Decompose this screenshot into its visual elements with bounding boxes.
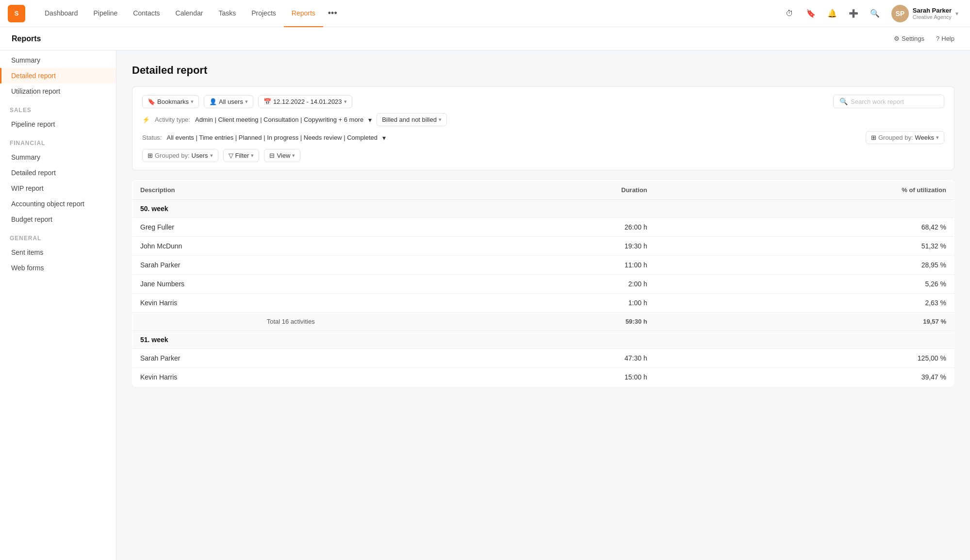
billed-caret: ▾: [439, 116, 442, 123]
grouped-by-users-filter[interactable]: ⊞ Grouped by: Users ▾: [142, 149, 218, 162]
filter-button[interactable]: ▽ Filter ▾: [223, 149, 260, 162]
row-duration: 47:30 h: [449, 349, 655, 368]
add-icon-button[interactable]: ➕: [845, 5, 862, 22]
total-duration: 59:30 h: [449, 313, 655, 331]
status-label: Status:: [142, 134, 162, 141]
row-description: John McDunn: [132, 237, 449, 256]
bookmark-icon-button[interactable]: 🔖: [802, 5, 820, 22]
view-button[interactable]: ⊟ View ▾: [264, 149, 300, 162]
table-row: Sarah Parker 11:00 h 28,95 %: [132, 256, 954, 275]
nav-dashboard[interactable]: Dashboard: [37, 0, 86, 27]
user-menu[interactable]: SP Sarah Parker Creative Agency ▾: [888, 3, 962, 24]
sidebar-item-pipeline-report[interactable]: Pipeline report: [0, 116, 116, 132]
logo[interactable]: S: [8, 5, 25, 22]
reports-header-actions: ⚙ Settings ? Help: [890, 33, 958, 44]
row-description: Kevin Harris: [132, 368, 449, 387]
table-row: Greg Fuller 26:00 h 68,42 %: [132, 218, 954, 237]
help-button[interactable]: ? Help: [932, 33, 958, 44]
filter-caret: ▾: [251, 152, 254, 159]
row-description: Kevin Harris: [132, 294, 449, 313]
user-menu-chevron: ▾: [955, 10, 958, 17]
bookmarks-caret: ▾: [191, 99, 194, 105]
group-users-caret: ▾: [210, 152, 213, 159]
nav-reports[interactable]: Reports: [284, 0, 323, 27]
date-range-filter[interactable]: 📅 12.12.2022 - 14.01.2023 ▾: [258, 95, 352, 108]
col-utilization: % of utilization: [655, 181, 954, 200]
search-icon-button[interactable]: 🔍: [866, 5, 884, 22]
main-content: Detailed report 🔖 Bookmarks ▾ 👤 All user…: [116, 50, 970, 560]
row-duration: 26:00 h: [449, 218, 655, 237]
row-duration: 11:00 h: [449, 256, 655, 275]
avatar: SP: [891, 5, 909, 22]
col-description: Description: [132, 181, 449, 200]
table-header-row: Description Duration % of utilization: [132, 181, 954, 200]
users-filter[interactable]: 👤 All users ▾: [204, 95, 253, 108]
sidebar-item-utilization-report[interactable]: Utilization report: [0, 83, 116, 99]
page-wrapper: Work Summary Detailed report Utilization…: [0, 27, 970, 560]
group-weeks-icon: ⊞: [871, 134, 876, 141]
view-caret: ▾: [292, 152, 295, 159]
table-row: Sarah Parker 47:30 h 125,00 %: [132, 349, 954, 368]
sidebar-section-sales: Sales: [0, 99, 116, 116]
group-users-icon: ⊞: [148, 152, 153, 159]
report-title: Detailed report: [132, 64, 954, 77]
timer-icon-button[interactable]: ⏱: [781, 5, 798, 22]
total-row: Total 16 activities 59:30 h 19,57 %: [132, 313, 954, 331]
nav-more[interactable]: •••: [323, 0, 342, 27]
row-utilization: 125,00 %: [655, 349, 954, 368]
sidebar-item-detailed-report[interactable]: Detailed report: [0, 68, 116, 83]
sidebar: Work Summary Detailed report Utilization…: [0, 27, 116, 560]
row-duration: 15:00 h: [449, 368, 655, 387]
settings-icon: ⚙: [894, 35, 900, 42]
filter-row-1: 🔖 Bookmarks ▾ 👤 All users ▾ 📅 12.12.2022…: [142, 95, 944, 108]
sidebar-item-sent-items[interactable]: Sent items: [0, 245, 116, 260]
activity-type-value: Admin | Client meeting | Consultation | …: [195, 116, 363, 123]
user-info: Sarah Parker Creative Agency: [913, 7, 952, 20]
nav-pipeline[interactable]: Pipeline: [86, 0, 126, 27]
sidebar-item-work-summary[interactable]: Summary: [0, 52, 116, 68]
filter-row-4: ⊞ Grouped by: Users ▾ ▽ Filter ▾ ⊟ View …: [142, 149, 944, 162]
nav-tasks[interactable]: Tasks: [211, 0, 244, 27]
activity-type-label: Activity type:: [155, 116, 190, 123]
report-table: Description Duration % of utilization 50…: [132, 180, 954, 387]
sidebar-item-wip-report[interactable]: WIP report: [0, 181, 116, 196]
billed-filter[interactable]: Billed and not billed ▾: [377, 113, 447, 126]
bookmark-filter-icon: 🔖: [148, 98, 155, 105]
row-description: Jane Numbers: [132, 275, 449, 294]
nav-projects[interactable]: Projects: [244, 0, 284, 27]
activity-type-caret[interactable]: ▾: [368, 116, 372, 124]
table-row: Kevin Harris 1:00 h 2,63 %: [132, 294, 954, 313]
group-weeks-caret: ▾: [936, 134, 939, 141]
view-icon: ⊟: [269, 152, 275, 159]
notifications-icon-button[interactable]: 🔔: [823, 5, 841, 22]
bookmarks-filter[interactable]: 🔖 Bookmarks ▾: [142, 95, 199, 108]
filter-row-2: ⚡ Activity type: Admin | Client meeting …: [142, 113, 944, 126]
row-utilization: 68,42 %: [655, 218, 954, 237]
sidebar-item-web-forms[interactable]: Web forms: [0, 260, 116, 276]
sidebar-item-financial-detailed[interactable]: Detailed report: [0, 165, 116, 181]
filter-icon: ▽: [229, 152, 233, 159]
row-utilization: 28,95 %: [655, 256, 954, 275]
filter-row-3: Status: All events | Time entries | Plan…: [142, 131, 944, 144]
status-caret[interactable]: ▾: [382, 134, 386, 142]
sidebar-item-accounting-object[interactable]: Accounting object report: [0, 196, 116, 212]
total-label: Total 16 activities: [132, 313, 449, 331]
grouped-by-weeks-filter[interactable]: ⊞ Grouped by: Weeks ▾: [866, 131, 944, 144]
row-description: Sarah Parker: [132, 349, 449, 368]
table-row: John McDunn 19:30 h 51,32 %: [132, 237, 954, 256]
row-utilization: 51,32 %: [655, 237, 954, 256]
activity-type-icon: ⚡: [142, 116, 150, 123]
nav-contacts[interactable]: Contacts: [125, 0, 167, 27]
date-caret: ▾: [344, 99, 347, 105]
sidebar-item-financial-summary[interactable]: Summary: [0, 149, 116, 165]
table-row: Jane Numbers 2:00 h 5,26 %: [132, 275, 954, 294]
row-utilization: 39,47 %: [655, 368, 954, 387]
nav-calendar[interactable]: Calendar: [168, 0, 211, 27]
sidebar-item-budget-report[interactable]: Budget report: [0, 212, 116, 227]
row-description: Sarah Parker: [132, 256, 449, 275]
col-duration: Duration: [449, 181, 655, 200]
search-input[interactable]: [851, 98, 938, 105]
row-description: Greg Fuller: [132, 218, 449, 237]
settings-button[interactable]: ⚙ Settings: [890, 33, 928, 44]
row-duration: 1:00 h: [449, 294, 655, 313]
